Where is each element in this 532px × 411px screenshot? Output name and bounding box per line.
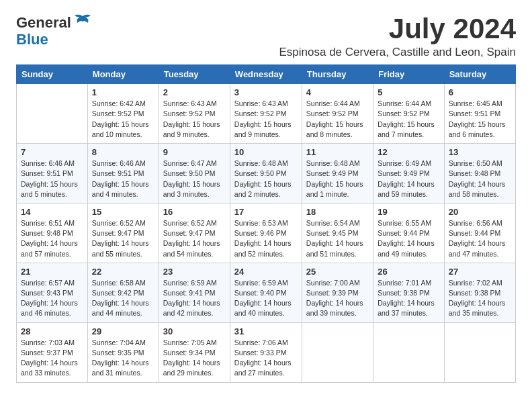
day-number: 19 [378, 207, 439, 217]
calendar-cell: 30Sunrise: 7:05 AMSunset: 9:34 PMDayligh… [159, 322, 230, 382]
day-info: Sunrise: 6:45 AMSunset: 9:51 PMDaylight:… [449, 99, 511, 140]
calendar-cell: 7Sunrise: 6:46 AMSunset: 9:51 PMDaylight… [17, 144, 88, 203]
calendar-cell: 31Sunrise: 7:06 AMSunset: 9:33 PMDayligh… [230, 322, 302, 382]
day-info: Sunrise: 6:43 AMSunset: 9:52 PMDaylight:… [234, 99, 298, 140]
day-info: Sunrise: 6:59 AMSunset: 9:41 PMDaylight:… [163, 278, 226, 319]
calendar-cell: 11Sunrise: 6:48 AMSunset: 9:49 PMDayligh… [302, 144, 373, 203]
day-number: 10 [234, 147, 298, 157]
day-number: 27 [449, 267, 511, 277]
calendar-cell: 28Sunrise: 7:03 AMSunset: 9:37 PMDayligh… [17, 322, 88, 382]
weekday-header-monday: Monday [87, 65, 159, 84]
day-info: Sunrise: 7:00 AMSunset: 9:39 PMDaylight:… [306, 278, 369, 319]
day-number: 5 [378, 87, 439, 97]
logo-blue-text: Blue [16, 32, 48, 47]
day-info: Sunrise: 7:05 AMSunset: 9:34 PMDaylight:… [163, 338, 226, 379]
calendar-cell: 20Sunrise: 6:56 AMSunset: 9:44 PMDayligh… [444, 203, 515, 263]
day-number: 23 [163, 267, 226, 277]
calendar-week-1: 1Sunrise: 6:42 AMSunset: 9:52 PMDaylight… [17, 84, 516, 144]
calendar-cell: 24Sunrise: 6:59 AMSunset: 9:40 PMDayligh… [230, 263, 302, 322]
calendar-week-3: 14Sunrise: 6:51 AMSunset: 9:48 PMDayligh… [17, 203, 516, 263]
day-info: Sunrise: 6:51 AMSunset: 9:48 PMDaylight:… [21, 218, 83, 259]
day-info: Sunrise: 6:50 AMSunset: 9:48 PMDaylight:… [449, 158, 511, 199]
day-info: Sunrise: 7:04 AMSunset: 9:35 PMDaylight:… [92, 338, 154, 379]
day-number: 9 [163, 147, 226, 157]
location-title: Espinosa de Cervera, Castille and Leon, … [279, 46, 517, 59]
day-info: Sunrise: 6:44 AMSunset: 9:52 PMDaylight:… [378, 99, 439, 140]
day-info: Sunrise: 6:56 AMSunset: 9:44 PMDaylight:… [449, 218, 511, 259]
calendar-cell: 19Sunrise: 6:55 AMSunset: 9:44 PMDayligh… [373, 203, 444, 263]
day-number: 1 [92, 87, 154, 97]
day-number: 24 [234, 267, 298, 277]
day-number: 7 [21, 147, 83, 157]
calendar-cell: 3Sunrise: 6:43 AMSunset: 9:52 PMDaylight… [230, 84, 302, 144]
day-number: 2 [163, 87, 226, 97]
day-info: Sunrise: 6:52 AMSunset: 9:47 PMDaylight:… [163, 218, 226, 259]
day-number: 15 [92, 207, 154, 217]
weekday-header-row: SundayMondayTuesdayWednesdayThursdayFrid… [17, 65, 516, 84]
calendar-cell: 8Sunrise: 6:46 AMSunset: 9:51 PMDaylight… [87, 144, 159, 203]
month-title: July 2024 [279, 13, 517, 44]
day-number: 8 [92, 147, 154, 157]
calendar-cell: 12Sunrise: 6:49 AMSunset: 9:49 PMDayligh… [373, 144, 444, 203]
calendar-cell [444, 322, 515, 382]
day-info: Sunrise: 6:54 AMSunset: 9:45 PMDaylight:… [306, 218, 369, 259]
weekday-header-tuesday: Tuesday [159, 65, 230, 84]
calendar-cell [302, 322, 373, 382]
calendar-cell: 4Sunrise: 6:44 AMSunset: 9:52 PMDaylight… [302, 84, 373, 144]
calendar-cell: 22Sunrise: 6:58 AMSunset: 9:42 PMDayligh… [87, 263, 159, 322]
page-header: General Blue July 2024 Espinosa de Cerve… [16, 13, 516, 59]
day-info: Sunrise: 6:47 AMSunset: 9:50 PMDaylight:… [163, 158, 226, 199]
logo: General Blue [16, 13, 92, 47]
day-number: 21 [21, 267, 83, 277]
calendar-cell: 23Sunrise: 6:59 AMSunset: 9:41 PMDayligh… [159, 263, 230, 322]
calendar-week-2: 7Sunrise: 6:46 AMSunset: 9:51 PMDaylight… [17, 144, 516, 203]
calendar-table: SundayMondayTuesdayWednesdayThursdayFrid… [16, 64, 516, 382]
logo-bird-icon [73, 13, 92, 32]
day-info: Sunrise: 6:57 AMSunset: 9:43 PMDaylight:… [21, 278, 83, 319]
day-info: Sunrise: 6:49 AMSunset: 9:49 PMDaylight:… [378, 158, 439, 199]
calendar-cell: 16Sunrise: 6:52 AMSunset: 9:47 PMDayligh… [159, 203, 230, 263]
calendar-cell: 25Sunrise: 7:00 AMSunset: 9:39 PMDayligh… [302, 263, 373, 322]
calendar-week-5: 28Sunrise: 7:03 AMSunset: 9:37 PMDayligh… [17, 322, 516, 382]
day-number: 22 [92, 267, 154, 277]
day-info: Sunrise: 6:44 AMSunset: 9:52 PMDaylight:… [306, 99, 369, 140]
day-info: Sunrise: 6:53 AMSunset: 9:46 PMDaylight:… [234, 218, 298, 259]
calendar-cell: 13Sunrise: 6:50 AMSunset: 9:48 PMDayligh… [444, 144, 515, 203]
day-info: Sunrise: 6:46 AMSunset: 9:51 PMDaylight:… [21, 158, 83, 199]
calendar-cell: 18Sunrise: 6:54 AMSunset: 9:45 PMDayligh… [302, 203, 373, 263]
calendar-cell: 5Sunrise: 6:44 AMSunset: 9:52 PMDaylight… [373, 84, 444, 144]
day-number: 6 [449, 87, 511, 97]
calendar-cell: 29Sunrise: 7:04 AMSunset: 9:35 PMDayligh… [87, 322, 159, 382]
title-area: July 2024 Espinosa de Cervera, Castille … [279, 13, 517, 59]
calendar-cell: 10Sunrise: 6:48 AMSunset: 9:50 PMDayligh… [230, 144, 302, 203]
day-info: Sunrise: 6:55 AMSunset: 9:44 PMDaylight:… [378, 218, 439, 259]
day-number: 16 [163, 207, 226, 217]
day-info: Sunrise: 7:06 AMSunset: 9:33 PMDaylight:… [234, 338, 298, 379]
logo-general-text: General [16, 15, 71, 30]
calendar-cell: 9Sunrise: 6:47 AMSunset: 9:50 PMDaylight… [159, 144, 230, 203]
calendar-cell: 15Sunrise: 6:52 AMSunset: 9:47 PMDayligh… [87, 203, 159, 263]
day-number: 3 [234, 87, 298, 97]
day-number: 13 [449, 147, 511, 157]
day-number: 17 [234, 207, 298, 217]
weekday-header-friday: Friday [373, 65, 444, 84]
day-number: 29 [92, 326, 154, 336]
weekday-header-sunday: Sunday [17, 65, 88, 84]
calendar-cell: 26Sunrise: 7:01 AMSunset: 9:38 PMDayligh… [373, 263, 444, 322]
calendar-cell: 6Sunrise: 6:45 AMSunset: 9:51 PMDaylight… [444, 84, 515, 144]
day-info: Sunrise: 6:46 AMSunset: 9:51 PMDaylight:… [92, 158, 154, 199]
day-info: Sunrise: 7:03 AMSunset: 9:37 PMDaylight:… [21, 338, 83, 379]
day-number: 30 [163, 326, 226, 336]
day-number: 20 [449, 207, 511, 217]
day-info: Sunrise: 6:43 AMSunset: 9:52 PMDaylight:… [163, 99, 226, 140]
calendar-cell: 1Sunrise: 6:42 AMSunset: 9:52 PMDaylight… [87, 84, 159, 144]
calendar-cell: 21Sunrise: 6:57 AMSunset: 9:43 PMDayligh… [17, 263, 88, 322]
day-number: 25 [306, 267, 369, 277]
day-info: Sunrise: 6:58 AMSunset: 9:42 PMDaylight:… [92, 278, 154, 319]
day-number: 12 [378, 147, 439, 157]
day-number: 31 [234, 326, 298, 336]
calendar-cell: 2Sunrise: 6:43 AMSunset: 9:52 PMDaylight… [159, 84, 230, 144]
calendar-week-4: 21Sunrise: 6:57 AMSunset: 9:43 PMDayligh… [17, 263, 516, 322]
day-info: Sunrise: 6:48 AMSunset: 9:49 PMDaylight:… [306, 158, 369, 199]
calendar-cell: 27Sunrise: 7:02 AMSunset: 9:38 PMDayligh… [444, 263, 515, 322]
